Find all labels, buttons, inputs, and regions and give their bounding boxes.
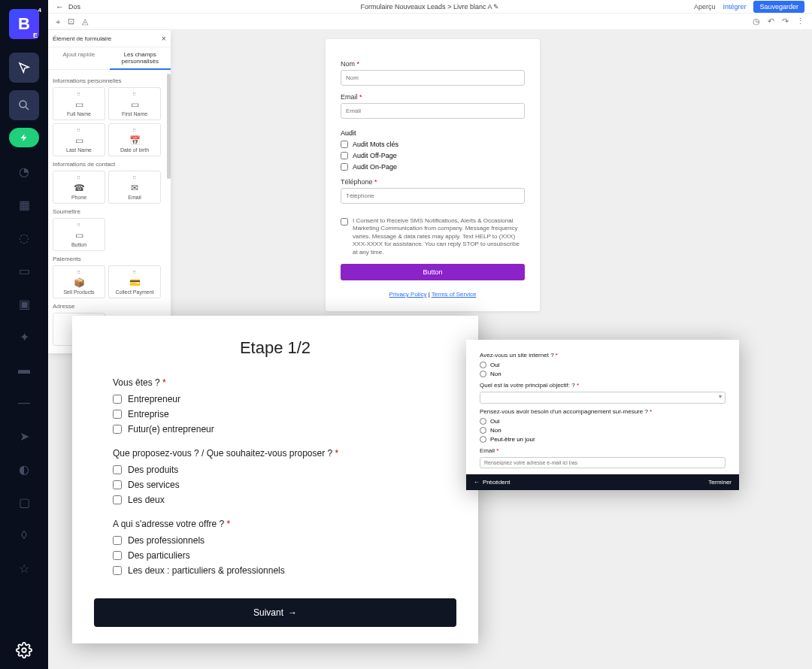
nav-icon-10[interactable]: ◐ — [18, 463, 30, 475]
save-button[interactable]: Sauvegarder — [753, 1, 804, 13]
section-payments: Paiements — [53, 251, 166, 265]
app-logo[interactable]: B 4 E — [9, 9, 39, 39]
undo-icon[interactable]: ↶ — [768, 17, 774, 26]
tile-first-name[interactable]: ⠿▭First Name — [108, 87, 161, 120]
finish-button[interactable]: Terminer — [708, 479, 732, 486]
submit-button[interactable]: Button — [341, 264, 525, 280]
toolbar: + ⊡ ◬ ◷ ↶ ↷ ⋮ — [48, 14, 812, 30]
tile-email[interactable]: ⠿✉Email — [108, 171, 161, 204]
privacy-link[interactable]: Privacy Policy — [389, 291, 427, 298]
nav-icon-star[interactable]: ☆ — [18, 562, 30, 574]
phone-input[interactable] — [341, 188, 525, 204]
step1-q1-opt2[interactable]: Entreprise — [113, 409, 460, 419]
nav-icon-11[interactable]: ▢ — [18, 496, 30, 508]
close-icon[interactable]: × — [162, 34, 166, 43]
tos-link[interactable]: Terms of Service — [432, 291, 477, 298]
phone-label: Téléphone * — [341, 178, 525, 186]
name-label: Nom * — [341, 60, 525, 68]
next-button[interactable]: Suivant→ — [94, 598, 456, 627]
tile-dob[interactable]: ⠿📅Date of birth — [108, 123, 161, 156]
step2-email-label: Email * — [480, 447, 726, 454]
tile-phone[interactable]: ⠿☎Phone — [53, 171, 105, 204]
tile-full-name[interactable]: ⠿▭Full Name — [53, 87, 105, 120]
step2-email-input[interactable] — [480, 457, 726, 468]
nav-icon-2[interactable]: ▦ — [18, 198, 30, 210]
svg-point-0 — [20, 101, 26, 107]
step2-q3-opt3[interactable]: Peut-être un jour — [480, 436, 726, 443]
tile-last-name[interactable]: ⠿▭Last Name — [53, 123, 105, 156]
consent-text: I Consent to Receive SMS Notifications, … — [353, 217, 525, 256]
integrate-link[interactable]: Intégrer — [723, 3, 746, 11]
logo-badge: 4 — [38, 7, 41, 14]
nav-icon-7[interactable]: ▬ — [18, 364, 30, 376]
step1-q1-opt1[interactable]: Entrepreneur — [113, 394, 460, 404]
step2-q1-opt2[interactable]: Non — [480, 371, 726, 377]
audit-onpage-row[interactable]: Audit On-Page — [341, 163, 525, 171]
cursor-tool-button[interactable] — [9, 53, 39, 83]
email-label: Email * — [341, 93, 525, 101]
form-preview-card: Nom * Email * Audit Audit Mots clés Audi… — [326, 39, 540, 311]
section-address: Adresse — [53, 298, 166, 313]
tab-custom-fields[interactable]: Les champs personnalisés — [110, 47, 171, 70]
step2-q1-label: Avez-vous un site internet ? * — [480, 352, 726, 359]
consent-checkbox[interactable] — [341, 218, 348, 226]
clock-icon[interactable]: ◷ — [753, 17, 760, 26]
bolt-button[interactable] — [9, 128, 39, 147]
step1-q3-opt3[interactable]: Les deux : particuliers & professionnels — [113, 565, 460, 576]
nav-icon-4[interactable]: ▭ — [18, 265, 30, 277]
style-icon[interactable]: ◬ — [82, 17, 88, 26]
step1-q3-opt1[interactable]: Des professionnels — [113, 535, 460, 546]
step1-q2-opt2[interactable]: Des services — [113, 480, 460, 490]
step1-q2-opt3[interactable]: Les deux — [113, 495, 460, 505]
audit-keywords-checkbox[interactable] — [341, 141, 348, 148]
nav-icon-9[interactable]: ➤ — [18, 430, 30, 442]
canvas: Élément de formulaire × Ajout rapide Les… — [48, 30, 812, 669]
panel-scrollbar[interactable] — [167, 74, 171, 179]
tile-button[interactable]: ⠿▭Button — [53, 218, 105, 251]
back-label[interactable]: Dos — [68, 3, 80, 11]
step2-q3-opt1[interactable]: Oui — [480, 418, 726, 425]
step2-card: Avez-vous un site internet ? * Oui Non Q… — [466, 340, 739, 490]
audit-offpage-checkbox[interactable] — [341, 152, 348, 159]
step1-q3-opt2[interactable]: Des particuliers — [113, 550, 460, 561]
step1-q2-label: Que proposez-vous ? / Que souhaitez-vous… — [113, 448, 460, 459]
panel-title: Élément de formulaire — [53, 35, 111, 42]
audit-onpage-checkbox[interactable] — [341, 163, 348, 171]
settings-gear-icon[interactable] — [14, 640, 34, 660]
nav-icon-5[interactable]: ▣ — [18, 298, 30, 310]
tab-quick-add[interactable]: Ajout rapide — [48, 47, 110, 70]
section-personal: Informations personnelles — [53, 73, 166, 87]
step1-q1-opt3[interactable]: Futur(e) entrepreneur — [113, 424, 460, 434]
step2-q3-opt2[interactable]: Non — [480, 427, 726, 434]
nav-icon-3[interactable]: ◌ — [18, 232, 30, 244]
previous-button[interactable]: ←Précédent — [474, 479, 510, 486]
step1-q1-label: Vous êtes ? * — [113, 377, 460, 388]
add-icon[interactable]: + — [56, 17, 60, 26]
tile-sell-products[interactable]: ⠿📦Sell Products — [53, 265, 105, 298]
audit-offpage-row[interactable]: Audit Off-Page — [341, 152, 525, 159]
step1-card: Etape 1/2 Vous êtes ? * Entrepreneur Ent… — [72, 316, 478, 643]
preview-link[interactable]: Aperçu — [694, 3, 716, 11]
search-button[interactable] — [9, 90, 39, 120]
nav-icon-8[interactable]: — — [18, 397, 30, 409]
nav-icon-6[interactable]: ✦ — [18, 331, 30, 343]
step2-q3-label: Pensez-vous avoir besoin d'un accompagne… — [480, 408, 726, 415]
consent-row[interactable]: I Consent to Receive SMS Notifications, … — [341, 217, 525, 256]
name-input[interactable] — [341, 70, 525, 86]
insert-icon[interactable]: ⊡ — [68, 17, 74, 26]
redo-icon[interactable]: ↷ — [782, 17, 789, 26]
audit-keywords-row[interactable]: Audit Mots clés — [341, 141, 525, 148]
nav-icon-1[interactable]: ◔ — [18, 165, 30, 177]
more-icon[interactable]: ⋮ — [796, 17, 804, 26]
logo-letter: B — [18, 14, 30, 34]
edit-pencil-icon[interactable]: ✎ — [493, 3, 499, 11]
back-arrow-icon[interactable]: ← — [56, 2, 64, 11]
email-input[interactable] — [341, 103, 525, 119]
section-contact: Informations de contact — [53, 156, 166, 171]
step2-q1-opt1[interactable]: Oui — [480, 362, 726, 368]
step2-q2-select[interactable] — [480, 392, 726, 404]
top-bar: ← Dos Formulaire Nouveaux Leads > Livre … — [48, 0, 812, 14]
step1-q2-opt1[interactable]: Des produits — [113, 465, 460, 475]
tile-collect-payment[interactable]: ⠿💳Collect Payment — [108, 265, 161, 298]
nav-icon-12[interactable]: ◊ — [18, 529, 30, 541]
